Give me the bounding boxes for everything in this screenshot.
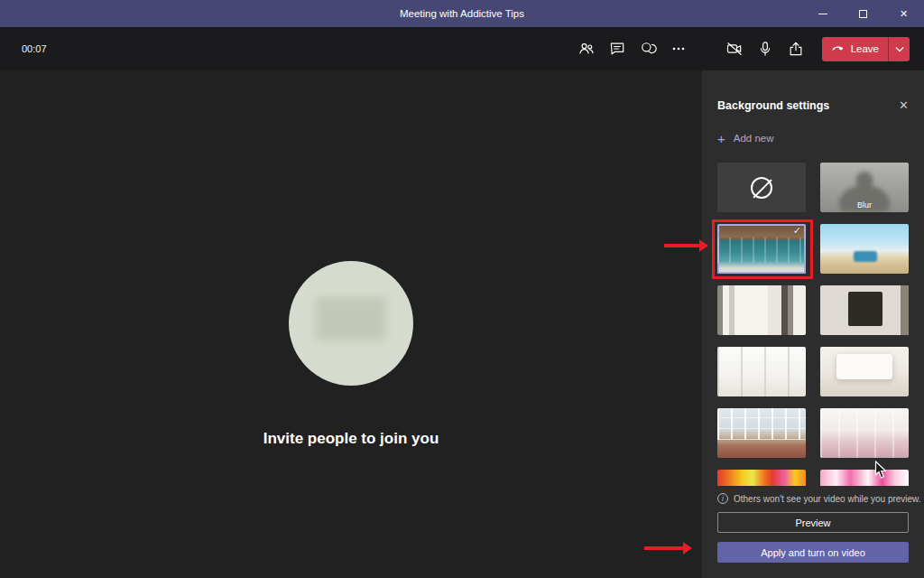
plus-icon: + [717,132,725,145]
share-button[interactable] [781,33,811,64]
background-thumbnail-pink-abstract[interactable] [820,470,909,486]
reactions-button[interactable] [633,33,663,64]
camera-button[interactable] [719,33,750,64]
background-thumbnail-blur[interactable]: Blur [820,163,909,212]
reactions-icon [639,40,657,58]
window-controls: ✕ [802,0,924,27]
preview-info: i Others won't see your video while you … [717,493,909,504]
background-thumbnail-bright-room[interactable] [717,347,806,396]
leave-dropdown-button[interactable] [889,37,910,61]
meeting-timer: 00:07 [22,43,47,54]
close-icon: ✕ [900,8,908,20]
maximize-icon [859,10,867,18]
background-thumbnail-none[interactable] [717,163,806,212]
chat-button[interactable] [602,33,633,64]
leave-button-label: Leave [851,43,879,54]
background-thumbnail-rainbow[interactable] [717,470,806,486]
minimize-button[interactable] [802,0,843,27]
titlebar: Meeting with Addictive Tips ✕ [0,0,924,27]
background-thumbnail-window-room[interactable] [717,285,806,335]
background-thumbnail-office-windows[interactable] [717,408,806,458]
background-thumbnail-mirror-room[interactable] [820,285,909,335]
leave-button-main[interactable]: Leave [822,37,888,61]
panel-close-button[interactable]: ✕ [899,99,909,111]
microphone-button[interactable] [750,33,781,64]
participants-button[interactable] [571,33,602,64]
participants-icon [578,40,596,58]
teams-meeting-window: Meeting with Addictive Tips ✕ 00:07 [0,0,924,578]
chevron-down-icon [895,46,904,52]
checkmark-icon: ✓ [793,225,801,237]
background-thumbnail-white-room[interactable] [820,347,909,396]
add-new-button[interactable]: + Add new [717,131,909,145]
more-options-button[interactable] [663,33,694,64]
preview-button[interactable]: Preview [717,512,909,533]
toolbar-center-icons [571,33,694,64]
invite-message: Invite people to join you [0,430,702,448]
add-new-label: Add new [734,133,774,144]
microphone-icon [756,40,774,58]
background-thumbnail-beach[interactable] [820,224,909,274]
background-thumbnail-pink-room[interactable] [820,408,909,458]
preview-info-text: Others won't see your video while you pr… [734,494,921,504]
apply-button[interactable]: Apply and turn on video [717,542,909,563]
avatar [289,261,413,386]
no-background-icon [751,177,772,199]
info-icon: i [717,493,728,504]
camera-off-icon [725,40,744,58]
window-title: Meeting with Addictive Tips [0,8,924,19]
leave-button[interactable]: Leave [822,37,910,61]
meeting-toolbar: 00:07 [0,27,924,70]
avatar-blurred-logo [316,297,386,340]
meeting-stage: Invite people to join you [0,70,702,578]
chat-icon [608,40,626,58]
background-settings-panel: Background settings ✕ + Add new Blur ✓ [702,70,924,578]
blur-label: Blur [820,200,909,210]
maximize-button[interactable] [843,0,883,27]
background-thumbnail-grid: Blur ✓ [717,163,909,486]
panel-header: Background settings ✕ [717,98,909,113]
toolbar-av-icons [719,33,811,64]
hang-up-icon [831,42,845,56]
close-icon: ✕ [899,98,909,112]
close-button[interactable]: ✕ [883,0,924,27]
share-icon [787,40,805,58]
panel-title: Background settings [717,99,829,112]
minimize-icon [818,14,827,14]
more-options-icon [670,40,688,58]
background-thumbnail-office-teal-selected[interactable]: ✓ [717,224,806,274]
